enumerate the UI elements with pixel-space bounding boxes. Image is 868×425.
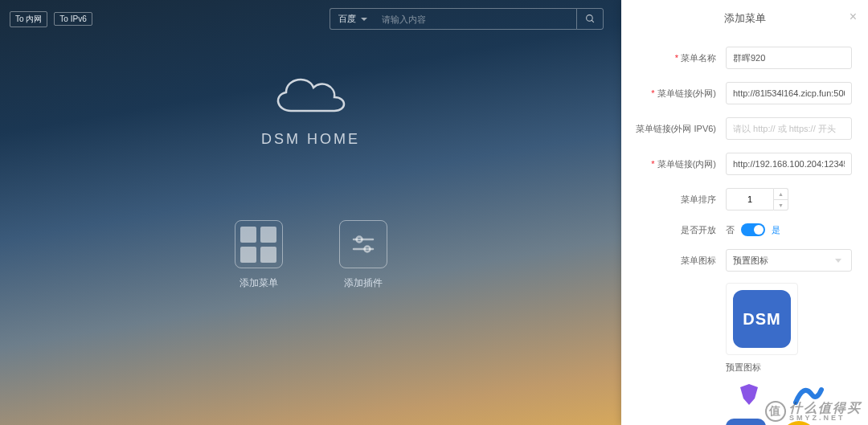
label-menu-name: 菜单名称 [621,52,726,64]
search-icon [585,14,596,24]
label-open: 是否开放 [621,224,726,236]
svg-point-0 [586,15,592,22]
drawer-title: 添加菜单 [724,12,766,24]
label-order: 菜单排序 [621,194,726,206]
add-plugin-launcher[interactable]: 添加插件 [339,220,387,290]
label-link-wan: 菜单链接(外网) [621,88,726,100]
watermark-badge-icon: 值 [765,401,786,422]
order-step-up[interactable]: ▲ [774,188,788,199]
home-logo: DSM HOME [0,67,621,148]
search-engine-label: 百度 [338,13,356,25]
watermark-sub: SMYZ.NET [789,415,862,422]
shield-down-icon [735,381,763,408]
drawer-body: 菜单名称 菜单链接(外网) 菜单链接(外网 IPV6) 菜单链接(内网) 菜单排… [621,37,868,425]
add-menu-drawer: 添加菜单 × 菜单名称 菜单链接(外网) 菜单链接(外网 IPV6) 菜单链接(… [621,0,868,425]
open-switch[interactable] [741,223,765,236]
open-no-label: 否 [726,224,735,236]
input-link-wan[interactable] [726,82,852,104]
top-bar: To 内网 To IPv6 百度 [0,0,621,38]
input-link-wan-ipv6[interactable] [726,117,852,140]
tag-to-ipv6[interactable]: To IPv6 [54,12,92,26]
add-menu-label: 添加菜单 [240,276,278,290]
search-button[interactable] [576,8,604,30]
icon-select-value: 预置图标 [733,255,768,267]
close-icon[interactable]: × [850,10,857,24]
cloud-icon [267,67,355,123]
dsm-tile-icon: DSM [733,290,791,348]
search-group: 百度 [330,8,604,30]
svg-point-3 [356,237,362,243]
grid-icon [235,220,283,268]
watermark: 值 什么值得买 SMYZ.NET [765,401,862,422]
preset-icon-dsm[interactable]: DSM [726,419,766,425]
icon-preview: DSM [726,283,798,355]
input-order[interactable] [726,188,774,210]
add-menu-launcher[interactable]: 添加菜单 [235,220,283,290]
drawer-header: 添加菜单 × [621,0,868,37]
svg-point-5 [364,247,370,252]
add-plugin-label: 添加插件 [344,276,383,290]
order-step-down[interactable]: ▼ [774,199,788,210]
label-link-lan: 菜单链接(内网) [621,158,726,170]
tag-to-intranet[interactable]: To 内网 [10,11,47,27]
dashboard-background: To 内网 To IPv6 百度 DSM HOME 添加菜 [0,0,621,425]
search-input[interactable] [375,8,576,30]
label-icon: 菜单图标 [621,255,726,267]
watermark-text: 什么值得买 [789,402,862,415]
center-area: DSM HOME 添加菜单 添加插件 [0,67,621,290]
sliders-icon [349,230,378,259]
input-link-lan[interactable] [726,153,852,175]
label-preset-icons: 预置图标 [726,362,852,374]
icon-select[interactable]: 预置图标 [726,249,852,272]
search-engine-select[interactable]: 百度 [330,8,375,30]
home-title: DSM HOME [0,131,621,148]
input-menu-name[interactable] [726,47,852,69]
open-yes-label: 是 [772,224,780,236]
svg-line-1 [592,20,594,22]
label-link-wan-ipv6: 菜单链接(外网 IPV6) [621,123,726,135]
chevron-down-icon [361,18,367,21]
chevron-down-icon [835,259,841,263]
